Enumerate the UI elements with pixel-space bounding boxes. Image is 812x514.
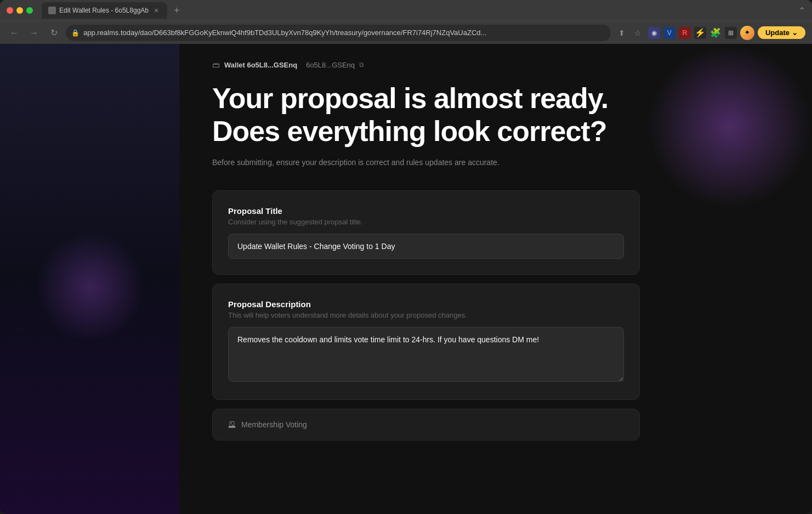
share-icon[interactable]: ⬆: [615, 26, 628, 39]
grid-icon[interactable]: ⊞: [725, 27, 737, 39]
proposal-title-input[interactable]: [228, 234, 624, 259]
breadcrumb-address: 6o5L8...GSEnq: [306, 61, 355, 69]
hero-subtitle: Before submitting, ensure your descripti…: [212, 157, 640, 168]
new-tab-button[interactable]: +: [169, 3, 184, 19]
browser-window: Edit Wallet Rules - 6o5L8ggAb × + ⌃ ← → …: [0, 0, 812, 514]
lock-icon: 🔒: [71, 29, 80, 37]
tab-favicon-icon: [48, 7, 56, 14]
address-bar: ← → ↻ 🔒 ⬆ ☆ ◉ V R ⚡ 🧩 ⊞ ✦ Update ⌄: [0, 21, 812, 44]
sidebar: [0, 44, 179, 514]
ext-icon-v[interactable]: V: [663, 27, 675, 39]
tab-title: Edit Wallet Rules - 6o5L8ggAb: [59, 7, 149, 14]
ext-icon-arc[interactable]: ◉: [648, 27, 660, 39]
tabs-bar: Edit Wallet Rules - 6o5L8ggAb × +: [42, 2, 184, 19]
proposal-title-label: Proposal Title: [228, 206, 624, 216]
hero-heading: Your proposal is almost ready. Does ever…: [212, 82, 640, 148]
content-area: 🗃 Wallet 6o5L8...GSEnq 6o5L8...GSEnq ⧉ Y…: [0, 44, 812, 514]
breadcrumb-wallet-name: Wallet 6o5L8...GSEnq: [224, 61, 297, 69]
minimize-button[interactable]: [16, 7, 23, 14]
update-button[interactable]: Update ⌄: [758, 26, 805, 39]
maximize-button[interactable]: [26, 7, 33, 14]
wallet-icon: 🗃: [212, 60, 220, 69]
membership-voting-label: Membership Voting: [241, 420, 307, 429]
profile-avatar[interactable]: ✦: [740, 26, 754, 40]
proposal-title-hint: Consider using the suggested propsal tit…: [228, 218, 624, 226]
ext-icon-r[interactable]: R: [679, 27, 691, 39]
back-button[interactable]: ←: [7, 25, 22, 41]
copy-icon[interactable]: ⧉: [359, 61, 364, 69]
main-page: 🗃 Wallet 6o5L8...GSEnq 6o5L8...GSEnq ⧉ Y…: [179, 44, 812, 514]
bookmark-icon[interactable]: ☆: [632, 26, 645, 39]
tab-close-icon[interactable]: ×: [152, 6, 161, 15]
proposal-description-textarea[interactable]: [228, 327, 624, 382]
membership-voting-icon: 🗳: [228, 420, 236, 429]
proposal-description-label: Proposal Description: [228, 300, 624, 309]
membership-voting-card: 🗳 Membership Voting: [212, 409, 640, 440]
address-input-wrapper: 🔒: [66, 25, 611, 41]
page-content: 🗃 Wallet 6o5L8...GSEnq 6o5L8...GSEnq ⧉ Y…: [179, 44, 673, 466]
proposal-title-card: Proposal Title Consider using the sugges…: [212, 190, 640, 275]
ext-icon-s[interactable]: ⚡: [694, 27, 706, 39]
proposal-description-card: Proposal Description This will help vote…: [212, 284, 640, 400]
refresh-button[interactable]: ↻: [46, 25, 61, 41]
close-button[interactable]: [7, 7, 13, 14]
browser-actions: ⬆ ☆ ◉ V R ⚡ 🧩 ⊞ ✦ Update ⌄: [615, 26, 805, 40]
breadcrumb: 🗃 Wallet 6o5L8...GSEnq 6o5L8...GSEnq ⧉: [212, 60, 640, 69]
window-controls: ⌃: [798, 5, 805, 16]
address-input[interactable]: [66, 25, 611, 41]
ext-icon-puzzle[interactable]: 🧩: [709, 27, 722, 39]
proposal-description-hint: This will help voters understand more de…: [228, 311, 624, 319]
update-chevron-icon: ⌄: [792, 29, 798, 37]
title-bar: Edit Wallet Rules - 6o5L8ggAb × + ⌃: [0, 0, 812, 21]
forward-button[interactable]: →: [26, 25, 42, 41]
active-tab[interactable]: Edit Wallet Rules - 6o5L8ggAb ×: [42, 2, 167, 19]
traffic-lights: [7, 7, 33, 14]
